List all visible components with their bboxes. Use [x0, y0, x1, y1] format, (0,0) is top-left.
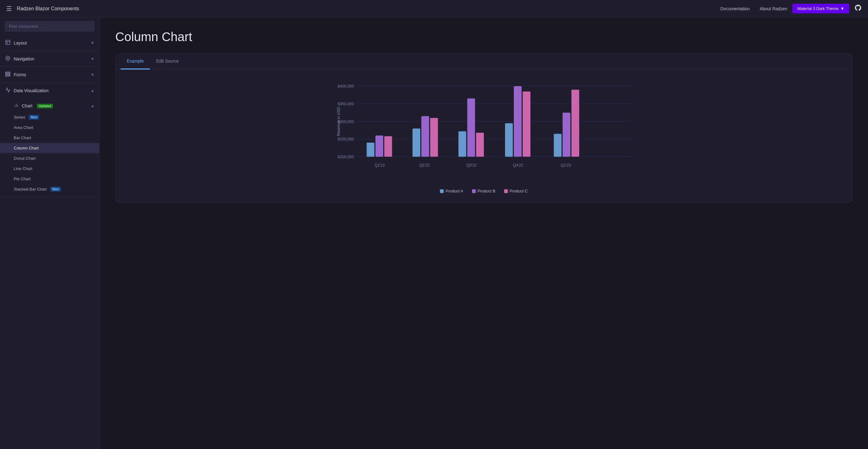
sidebar-group-header-dataviz[interactable]: Data Visualization ▲ [0, 83, 99, 98]
svg-rect-30 [458, 131, 466, 157]
navigation-label: Navigation [14, 56, 34, 61]
sidebar-group-header-navigation[interactable]: Navigation ▼ [0, 51, 99, 67]
chart-updated-badge: Updated [37, 104, 53, 108]
svg-rect-22 [367, 142, 374, 157]
sidebar-item-area-chart[interactable]: Area Chart [0, 122, 99, 133]
navigation-chevron: ▼ [91, 57, 94, 61]
sidebar-group-header-layout[interactable]: Layout ▼ [0, 35, 99, 51]
svg-rect-35 [514, 86, 522, 157]
sidebar-group-layout: Layout ▼ [0, 35, 99, 51]
card-tabs: Example Edit Source [116, 54, 852, 70]
series-label: Series [14, 115, 25, 120]
app-header: ☰ Radzen Blazor Components Documentation… [0, 0, 868, 18]
dataviz-label: Data Visualization [14, 88, 49, 93]
navigation-icon [5, 56, 10, 62]
svg-text:Q2'22: Q2'22 [420, 163, 430, 167]
column-chart-svg: $400,000 $350,000 $300,000 $250,000 $200… [125, 79, 843, 185]
sidebar-item-column-chart[interactable]: Column Chart [0, 143, 99, 153]
sidebar-item-line-chart[interactable]: Line Chart [0, 163, 99, 174]
chart-legend: Product A Product B Product C [125, 189, 843, 193]
legend-dot-b [472, 189, 476, 193]
sidebar-item-donut-chart[interactable]: Donut Chart [0, 153, 99, 163]
svg-text:Revenue in USD: Revenue in USD [337, 107, 341, 136]
legend-label-a: Product A [445, 189, 463, 193]
theme-button[interactable]: Material 3 Dark Theme ▼ [792, 4, 849, 13]
sidebar-group-forms: Forms ▼ [0, 67, 99, 83]
sidebar: Layout ▼ Navigation ▼ [0, 18, 100, 449]
svg-point-4 [7, 58, 9, 59]
svg-text:Q1'23: Q1'23 [561, 163, 571, 167]
sidebar-item-pie-chart[interactable]: Pie Chart [0, 174, 99, 184]
sidebar-group-header-chart[interactable]: Chart Updated ▲ [0, 100, 99, 112]
search-input[interactable] [5, 21, 94, 31]
layout-chevron: ▼ [91, 41, 94, 45]
bar-chart-label: Bar Chart [14, 135, 31, 140]
svg-rect-28 [430, 118, 438, 157]
legend-dot-a [440, 189, 444, 193]
body-container: Layout ▼ Navigation ▼ [0, 18, 868, 449]
line-chart-label: Line Chart [14, 166, 32, 171]
svg-text:$250,000: $250,000 [338, 137, 354, 141]
sidebar-item-stacked-bar-chart[interactable]: Stacked Bar Chart New [0, 184, 99, 194]
svg-rect-27 [421, 116, 429, 157]
chart-chevron: ▲ [91, 104, 94, 108]
chart-icon [14, 103, 19, 109]
sidebar-group-left-navigation: Navigation [5, 56, 34, 62]
github-icon[interactable] [854, 4, 862, 13]
svg-rect-40 [571, 90, 579, 157]
sidebar-group-left-layout: Layout [5, 39, 27, 46]
svg-rect-0 [6, 40, 10, 44]
svg-rect-24 [384, 136, 392, 157]
stacked-bar-new-badge: New [51, 187, 61, 192]
docs-link[interactable]: Documentation [720, 6, 750, 11]
about-link[interactable]: About Radzen [760, 6, 787, 11]
sidebar-item-bar-chart[interactable]: Bar Chart [0, 133, 99, 143]
legend-product-a: Product A [440, 189, 463, 193]
menu-icon[interactable]: ☰ [6, 5, 12, 12]
svg-rect-26 [412, 129, 420, 157]
sidebar-group-left-dataviz: Data Visualization [5, 87, 49, 94]
tab-example[interactable]: Example [121, 54, 150, 69]
svg-text:Q1'22: Q1'22 [374, 163, 385, 167]
sidebar-group-header-forms[interactable]: Forms ▼ [0, 67, 99, 83]
card-body: $400,000 $350,000 $300,000 $250,000 $200… [116, 70, 852, 203]
legend-dot-c [504, 189, 508, 193]
sidebar-group-navigation: Navigation ▼ [0, 51, 99, 67]
layout-icon [5, 39, 10, 46]
theme-dropdown-icon: ▼ [840, 6, 844, 11]
svg-rect-34 [505, 123, 513, 157]
pie-chart-label: Pie Chart [14, 177, 31, 181]
header-nav: Documentation About Radzen [720, 6, 787, 11]
svg-text:$350,000: $350,000 [338, 102, 354, 106]
svg-text:$200,000: $200,000 [338, 155, 354, 159]
forms-icon [5, 71, 10, 78]
main-card: Example Edit Source $400,000 $3 [115, 53, 852, 203]
stacked-bar-chart-label: Stacked Bar Chart [14, 187, 47, 192]
series-new-badge: New [29, 115, 39, 120]
chart-label: Chart [22, 103, 32, 108]
svg-text:Q3'22: Q3'22 [466, 163, 477, 167]
forms-chevron: ▼ [91, 72, 94, 77]
svg-rect-39 [563, 113, 570, 157]
theme-button-label: Material 3 Dark Theme [797, 6, 838, 11]
app-logo: Radzen Blazor Components [17, 6, 715, 11]
tab-edit-source[interactable]: Edit Source [150, 54, 185, 69]
svg-rect-32 [476, 133, 484, 157]
dataviz-items: Chart Updated ▲ Series New Area Chart Ba… [0, 98, 99, 197]
svg-text:Q4'22: Q4'22 [513, 163, 523, 167]
column-chart-label: Column Chart [14, 146, 39, 150]
legend-product-b: Product B [472, 189, 495, 193]
dataviz-icon [5, 87, 10, 94]
chart-container: $400,000 $350,000 $300,000 $250,000 $200… [125, 79, 843, 185]
svg-text:$400,000: $400,000 [338, 84, 354, 89]
dataviz-chevron: ▲ [91, 89, 94, 93]
svg-rect-38 [554, 134, 561, 157]
sidebar-group-dataviz: Data Visualization ▲ Chart Updated [0, 83, 99, 197]
legend-label-b: Product B [477, 189, 495, 193]
sidebar-group-left-forms: Forms [5, 71, 26, 78]
svg-rect-6 [6, 74, 10, 75]
svg-point-3 [6, 56, 10, 60]
legend-label-c: Product C [510, 189, 528, 193]
sidebar-item-series[interactable]: Series New [0, 112, 99, 122]
legend-product-c: Product C [504, 189, 528, 193]
